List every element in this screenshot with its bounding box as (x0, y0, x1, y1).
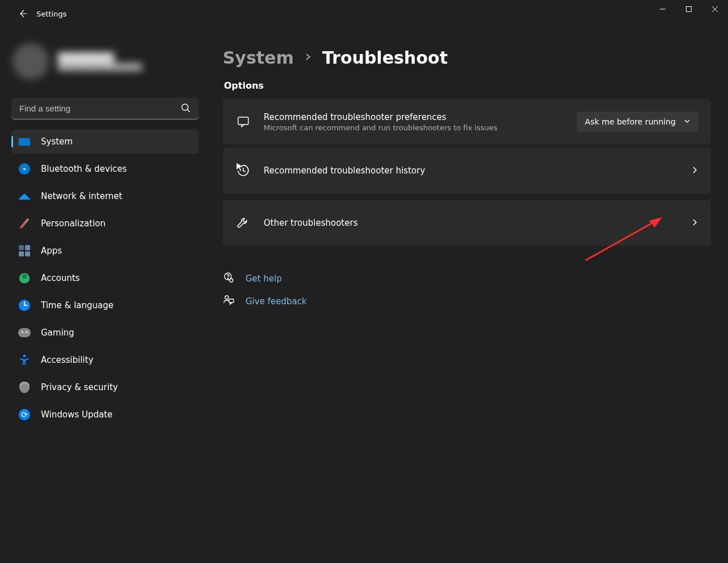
wrench-icon (235, 215, 251, 231)
sidebar-item-label: Windows Update (41, 409, 113, 420)
maximize-button[interactable] (676, 0, 702, 18)
breadcrumb-parent[interactable]: System (223, 48, 294, 68)
svg-rect-7 (238, 117, 248, 125)
help-label: Get help (246, 274, 282, 284)
feedback-link[interactable]: Give feedback (223, 295, 711, 308)
profile-card[interactable]: ████████ ████████████████ (8, 33, 202, 90)
avatar (13, 43, 49, 80)
network-icon (18, 190, 31, 202)
sidebar-item-gaming[interactable]: Gaming (11, 321, 199, 345)
page-title: Troubleshoot (322, 48, 448, 68)
card-troubleshooter-history[interactable]: Recommended troubleshooter history (223, 148, 711, 193)
minimize-button[interactable] (650, 0, 676, 18)
history-icon (235, 163, 251, 179)
sidebar-item-apps[interactable]: Apps (11, 239, 199, 263)
svg-point-11 (225, 296, 228, 299)
sidebar-item-label: Bluetooth & devices (41, 164, 127, 174)
help-label: Give feedback (246, 296, 307, 307)
card-troubleshooter-preferences[interactable]: Recommended troubleshooter preferences M… (223, 99, 711, 144)
svg-point-9 (227, 278, 228, 279)
sidebar-item-label: Gaming (41, 328, 74, 338)
help-icon (223, 272, 234, 285)
sidebar-item-system[interactable]: System (11, 130, 199, 154)
card-title: Other troubleshooters (264, 218, 678, 228)
sidebar-item-label: Time & language (41, 300, 114, 311)
chevron-right-icon (690, 165, 698, 176)
svg-line-5 (188, 110, 190, 112)
chevron-right-icon (690, 218, 698, 229)
sidebar-item-label: Accounts (41, 273, 80, 283)
sidebar-item-time[interactable]: Time & language (11, 293, 199, 317)
chevron-right-icon (304, 52, 312, 63)
svg-rect-1 (687, 7, 692, 12)
privacy-icon (18, 381, 31, 394)
sidebar-item-network[interactable]: Network & internet (11, 184, 199, 208)
svg-rect-12 (229, 299, 234, 303)
sidebar-item-accounts[interactable]: Accounts (11, 266, 199, 290)
card-title: Recommended troubleshooter preferences (264, 112, 564, 122)
card-subtitle: Microsoft can recommend and run troubles… (264, 123, 564, 132)
chat-icon (235, 114, 251, 130)
preferences-dropdown[interactable]: Ask me before running (577, 111, 698, 132)
get-help-link[interactable]: Get help (223, 272, 711, 285)
accounts-icon (18, 272, 31, 284)
feedback-icon (223, 295, 234, 308)
sidebar-item-label: Network & internet (41, 191, 122, 201)
update-icon: ⟳ (18, 408, 31, 421)
sidebar-item-label: Privacy & security (41, 382, 118, 392)
bluetooth-icon: ⌁ (18, 163, 31, 175)
profile-name: ████████ (58, 52, 142, 63)
card-title: Recommended troubleshooter history (264, 165, 678, 176)
apps-icon (18, 245, 31, 257)
gaming-icon (18, 326, 31, 339)
section-title: Options (224, 80, 711, 91)
sidebar-item-bluetooth[interactable]: ⌁ Bluetooth & devices (11, 157, 199, 181)
sidebar-item-label: System (41, 136, 73, 147)
svg-point-6 (23, 355, 26, 358)
sidebar-item-label: Apps (41, 246, 62, 256)
card-other-troubleshooters[interactable]: Other troubleshooters (223, 200, 711, 246)
sidebar-item-privacy[interactable]: Privacy & security (11, 375, 199, 399)
dropdown-value: Ask me before running (585, 117, 676, 126)
profile-email: ████████████████ (58, 63, 142, 71)
svg-point-4 (182, 104, 188, 110)
close-button[interactable] (702, 0, 728, 18)
sidebar-item-label: Personalization (41, 218, 106, 229)
chevron-down-icon (684, 117, 690, 126)
system-icon (18, 135, 31, 148)
personalization-icon (18, 217, 31, 230)
sidebar-item-label: Accessibility (41, 355, 93, 365)
time-icon (18, 299, 31, 312)
back-button[interactable] (11, 2, 34, 25)
sidebar-item-accessibility[interactable]: Accessibility (11, 348, 199, 372)
search-input[interactable] (11, 98, 199, 119)
accessibility-icon (18, 354, 31, 366)
breadcrumb: System Troubleshoot (223, 48, 711, 68)
search-icon (181, 103, 191, 115)
sidebar-item-update[interactable]: ⟳ Windows Update (11, 403, 199, 427)
sidebar-item-personalization[interactable]: Personalization (11, 212, 199, 235)
svg-point-10 (230, 279, 233, 282)
app-title: Settings (36, 10, 66, 18)
